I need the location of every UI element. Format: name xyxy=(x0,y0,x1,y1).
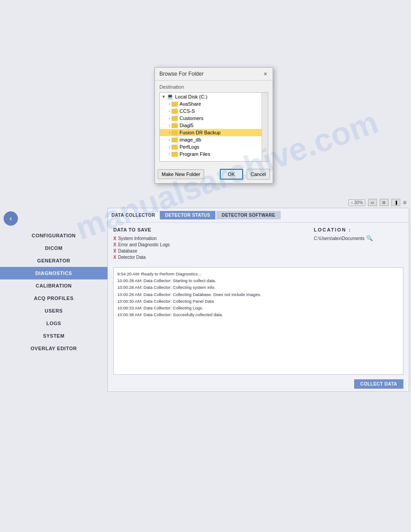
tree-item-label: Customers xyxy=(180,116,203,121)
check-x-icon: X xyxy=(113,236,116,241)
tree-item-arrow: › xyxy=(169,109,170,113)
log-entry: 10:00:28 AM: Data Collector: Collecting … xyxy=(117,291,399,298)
tree-item-perflogs[interactable]: ›PerfLogs xyxy=(160,143,268,150)
tree-item-arrow: › xyxy=(169,145,170,149)
tree-item-label: Fusion DR Backup xyxy=(180,130,221,135)
data-item-detector-data: XDetector Data xyxy=(113,255,309,260)
dialog-titlebar: Browse For Folder × xyxy=(155,68,273,81)
location-title: Location : xyxy=(314,227,403,232)
display-icon: ▭ xyxy=(371,201,374,205)
battery-indicator: ○ 30% xyxy=(348,199,365,206)
sidebar-item-generator[interactable]: Generator xyxy=(0,254,107,267)
data-item-label: Error and Diagnostic Logs xyxy=(118,242,170,247)
check-x-icon: X xyxy=(113,249,116,253)
data-item-system-info: XSystem Information xyxy=(113,236,309,241)
data-to-save-title: Data To Save xyxy=(113,227,309,232)
tree-root-label: Local Disk (C:) xyxy=(175,94,207,99)
log-entry: 10:00:33 AM: Data Collector: Collecting … xyxy=(117,305,399,311)
tree-scrollbar[interactable] xyxy=(261,93,268,161)
check-x-icon: X xyxy=(113,255,116,260)
sidebar-item-configuration[interactable]: Configuration xyxy=(0,229,107,242)
battery-percent: 30% xyxy=(354,200,363,205)
tree-item-arrow: › xyxy=(169,130,170,135)
sidebar-item-system[interactable]: System xyxy=(0,330,107,342)
data-to-save-panel: Data To Save XSystem InformationXError a… xyxy=(113,227,309,261)
destination-label: Destination xyxy=(159,84,268,90)
location-panel: Location : C:\Users\alex\Documents 🔍 xyxy=(314,227,403,261)
tree-item-image_db[interactable]: ›image_db xyxy=(160,136,268,143)
sidebar-item-calibration[interactable]: Calibration xyxy=(0,279,107,292)
tree-item-program-files[interactable]: ›Program Files xyxy=(160,150,268,158)
main-layout: ‹ ConfigurationDicomGeneratorDiagnostics… xyxy=(0,208,411,392)
folder-tree[interactable]: ▼ 💻 Local Disk (C:) ›AvaShare›CCS-S›Cust… xyxy=(159,92,268,162)
log-entry: 9:54:20 AM: Ready to Perform Diagnostics… xyxy=(117,270,399,277)
chart-icon: ▐ xyxy=(394,201,397,205)
display-icon-btn[interactable]: ▭ xyxy=(368,199,377,206)
browse-folder-dialog: Browse For Folder × Destination ▼ 💻 Loca… xyxy=(154,67,273,184)
sidebar-item-dicom[interactable]: Dicom xyxy=(0,242,107,254)
computer-icon: 💻 xyxy=(167,94,173,99)
hamburger-menu-btn[interactable]: ≡ xyxy=(403,199,407,206)
tree-item-customers[interactable]: ›Customers xyxy=(160,115,268,122)
folder-icon xyxy=(171,116,178,121)
back-arrow-icon: ‹ xyxy=(9,215,12,223)
sidebar-item-overlay-editor[interactable]: Overlay Editor xyxy=(0,342,107,355)
tree-item-arrow: › xyxy=(169,123,170,128)
content-area: Data Collector Detector StatusDetector S… xyxy=(107,208,409,392)
location-browse-button[interactable]: 🔍 xyxy=(366,235,373,241)
tree-root-item[interactable]: ▼ 💻 Local Disk (C:) xyxy=(160,93,268,100)
app-container: ○ 30% ▭ ⊡ ▐ ≡ ‹ ConfigurationDicomGenera… xyxy=(0,197,411,392)
log-entry: 10:00:38 AM: Data Collector: Succesfully… xyxy=(117,311,399,318)
log-entry: 10:00:30 AM: Data Collector: Collecting … xyxy=(117,298,399,305)
check-x-icon: X xyxy=(113,242,116,247)
folder-icon xyxy=(171,123,178,128)
data-item-label: Database xyxy=(118,249,137,253)
dialog-close-button[interactable]: × xyxy=(263,70,268,77)
data-section: Data To Save XSystem InformationXError a… xyxy=(108,223,409,266)
tree-item-arrow: › xyxy=(169,102,170,106)
tree-item-arrow: › xyxy=(169,137,170,142)
top-bar: ○ 30% ▭ ⊡ ▐ ≡ xyxy=(0,197,411,208)
folder-icon xyxy=(171,145,178,150)
data-item-database: XDatabase xyxy=(113,249,309,253)
collect-data-button[interactable]: Collect Data xyxy=(354,379,403,389)
data-item-error-logs: XError and Diagnostic Logs xyxy=(113,242,309,247)
tab-bar: Data Collector Detector StatusDetector S… xyxy=(108,208,409,223)
tree-item-label: PerfLogs xyxy=(180,144,199,150)
battery-circle-icon: ○ xyxy=(351,200,353,205)
tree-item-avashare[interactable]: ›AvaShare xyxy=(160,100,268,107)
tab-detector-software[interactable]: Detector Software xyxy=(216,211,280,219)
data-item-label: Detector Data xyxy=(118,255,146,260)
tab-detector-status[interactable]: Detector Status xyxy=(160,211,216,219)
folder-icon xyxy=(171,102,178,107)
tree-item-label: AvaShare xyxy=(180,101,201,107)
location-path-row: C:\Users\alex\Documents 🔍 xyxy=(314,235,403,241)
tree-item-ccs-s[interactable]: ›CCS-S xyxy=(160,107,268,115)
chart-icon-btn[interactable]: ▐ xyxy=(391,199,400,206)
sidebar-item-diagnostics[interactable]: Diagnostics xyxy=(0,267,107,279)
folder-icon xyxy=(171,109,178,114)
window-icon: ⊡ xyxy=(382,201,385,205)
tree-item-arrow: › xyxy=(169,152,170,156)
sidebar-item-acq-profiles[interactable]: ACQ Profiles xyxy=(0,292,107,305)
ok-button[interactable]: OK xyxy=(220,169,243,180)
window-icon-btn[interactable]: ⊡ xyxy=(380,199,389,206)
tab-section-label: Data Collector xyxy=(111,213,155,218)
cancel-button[interactable]: Cancel xyxy=(247,169,270,180)
dialog-buttons: Make New Folder OK Cancel xyxy=(155,165,273,183)
data-item-label: System Information xyxy=(118,236,157,241)
sidebar-item-users[interactable]: Users xyxy=(0,305,107,317)
tree-item-label: image_db xyxy=(180,137,201,142)
dialog-body: Destination ▼ 💻 Local Disk (C:) ›AvaShar… xyxy=(155,81,273,165)
sidebar-item-logs[interactable]: Logs xyxy=(0,317,107,330)
back-button[interactable]: ‹ xyxy=(4,211,18,226)
folder-icon xyxy=(171,152,178,157)
tree-item-diagl5[interactable]: ›Diagl5 xyxy=(160,122,268,129)
folder-icon xyxy=(171,137,178,142)
location-path-text: C:\Users\alex\Documents xyxy=(314,236,364,241)
sidebar: ‹ ConfigurationDicomGeneratorDiagnostics… xyxy=(0,208,107,392)
log-entry: 10:00:28 AM: Data Collector: Collecting … xyxy=(117,284,399,291)
tree-item-fusion-dr-backup[interactable]: ›Fusion DR Backup xyxy=(160,129,268,136)
tree-item-label: Diagl5 xyxy=(180,123,193,128)
make-new-folder-button[interactable]: Make New Folder xyxy=(158,169,204,179)
